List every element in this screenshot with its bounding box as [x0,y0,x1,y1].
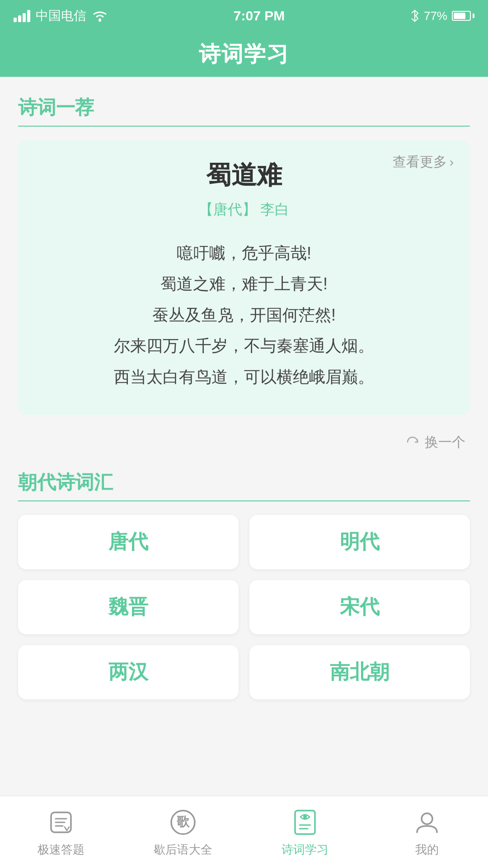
dynasty-btn-lianghan[interactable]: 两汉 [18,645,239,699]
dynasty-title: 朝代诗词汇 [18,470,470,501]
svg-point-11 [422,813,432,824]
poem-title: 蜀道难 [41,158,447,193]
poem-line-1: 噫吁嚱，危乎高哉! [41,238,447,269]
dynasty-btn-nanbei[interactable]: 南北朝 [249,645,470,699]
status-left: 中国电信 [14,7,108,24]
refresh-button[interactable]: 换一个 [18,424,470,465]
nav-item-mine[interactable]: 我的 [366,807,488,858]
refresh-icon [405,434,420,450]
poem-line-4: 尔来四万八千岁，不与秦塞通人烟。 [41,330,447,361]
carrier-label: 中国电信 [36,7,86,24]
poem-author: 【唐代】 李白 [41,200,447,220]
quiz-icon [45,807,77,838]
dynasty-section: 朝代诗词汇 唐代 明代 魏晋 宋代 两汉 南北朝 [18,470,470,699]
poem-dynasty: 【唐代】 [199,201,257,217]
poem-author-name: 李白 [260,201,289,217]
nav-item-proverb[interactable]: 歌 歇后语大全 [122,807,244,858]
poetry-icon [289,807,321,838]
status-time: 7:07 PM [234,8,285,24]
status-right: 77% [410,9,474,23]
svg-point-8 [303,815,307,819]
recommendation-section: 诗词一荐 查看更多 › 蜀道难 【唐代】 李白 噫吁嚱，危乎高哉! 蜀道之难，难… [18,95,470,465]
mine-icon [411,807,443,838]
refresh-label: 换一个 [425,433,465,452]
view-more-button[interactable]: 查看更多 › [393,153,454,171]
svg-point-0 [99,19,101,22]
nav-item-poetry[interactable]: 诗词学习 [244,807,366,858]
bluetooth-icon [410,9,419,22]
proverb-icon: 歌 [167,807,199,838]
wifi-icon [92,9,108,22]
app-header: 诗词学习 [0,32,488,77]
dynasty-grid: 唐代 明代 魏晋 宋代 两汉 南北朝 [18,515,470,699]
battery-percentage: 77% [424,9,447,23]
poem-line-3: 蚕丛及鱼凫，开国何茫然! [41,300,447,330]
poem-lines: 噫吁嚱，危乎高哉! 蜀道之难，难于上青天! 蚕丛及鱼凫，开国何茫然! 尔来四万八… [41,238,447,392]
bottom-nav: 极速答题 歌 歇后语大全 诗词学习 [0,796,488,868]
poem-line-2: 蜀道之难，难于上青天! [41,269,447,299]
chevron-right-icon: › [450,155,454,170]
main-content: 诗词一荐 查看更多 › 蜀道难 【唐代】 李白 噫吁嚱，危乎高哉! 蜀道之难，难… [0,77,488,781]
poem-line-5: 西当太白有鸟道，可以横绝峨眉巅。 [41,362,447,392]
nav-item-quiz[interactable]: 极速答题 [0,807,122,858]
battery-icon [452,11,474,21]
dynasty-btn-weijin[interactable]: 魏晋 [18,580,239,634]
recommendation-title: 诗词一荐 [18,95,470,127]
proverb-label: 歇后语大全 [154,842,212,858]
svg-text:歌: 歌 [177,815,190,829]
dynasty-btn-ming[interactable]: 明代 [249,515,470,569]
poem-card: 查看更多 › 蜀道难 【唐代】 李白 噫吁嚱，危乎高哉! 蜀道之难，难于上青天!… [18,140,470,415]
header-title: 诗词学习 [199,40,289,69]
dynasty-btn-tang[interactable]: 唐代 [18,515,239,569]
quiz-label: 极速答题 [38,842,84,858]
mine-label: 我的 [415,842,439,858]
poetry-label: 诗词学习 [282,842,328,858]
signal-icon [14,10,30,22]
status-bar: 中国电信 7:07 PM 77% [0,0,488,32]
dynasty-btn-song[interactable]: 宋代 [249,580,470,634]
